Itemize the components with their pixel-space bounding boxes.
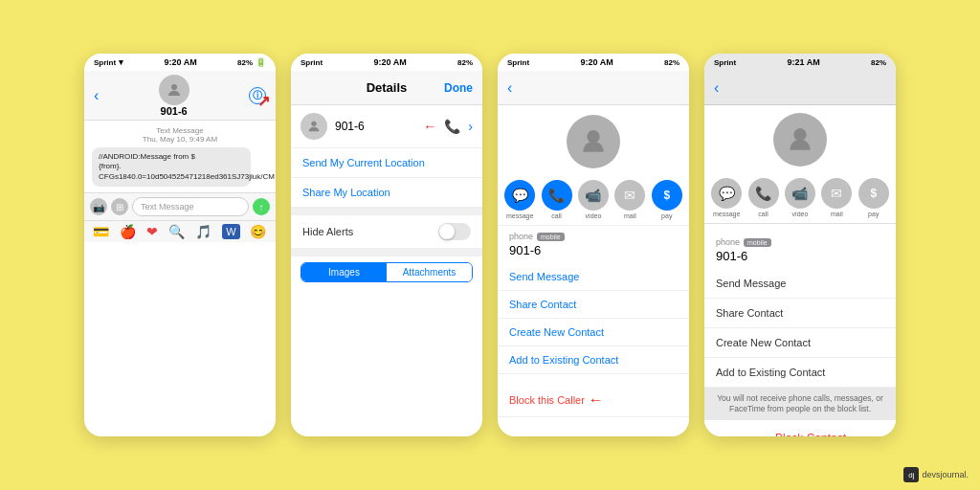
video-btn-4: 📹 [785,178,815,209]
msg-btn-4: 💬 [711,178,742,209]
phone-screen-3: Sprint 9:20 AM 82% ‹ 💬 message [498,54,689,436]
status-bar-4: Sprint 9:21 AM 82% [704,54,896,71]
hide-alerts-toggle[interactable] [438,223,471,240]
phone-screen-4: Sprint 9:21 AM 82% ‹ 💬 message [704,54,896,436]
call-icon-2[interactable]: 📞 [444,119,460,134]
send-button[interactable]: ↑ [253,198,270,215]
back-button-4[interactable]: ‹ [714,80,719,96]
apps-icon[interactable]: ⊞ [111,198,128,215]
block-caller-3[interactable]: Block this Caller ← [498,384,689,417]
brand-badge: dj devsjournal. [903,467,969,482]
status-bar-3: Sprint 9:20 AM 82% [498,54,689,71]
video-circle-btn[interactable]: 📹 [578,180,609,211]
battery-3: 82% [664,58,679,67]
time-2: 9:20 AM [373,57,406,67]
avatar-section-3 [498,105,689,174]
search-icon-app[interactable]: 🔍 [168,224,185,239]
call-circle-btn[interactable]: 📞 [542,180,572,211]
contact-avatar-2 [301,113,327,140]
contact-nav-3: ‹ [498,71,689,105]
phone-screen-2: Sprint 9:20 AM 82% Details Done 901-6 ← … [291,54,482,436]
battery-1: 82% [237,58,253,67]
menu-list-2: Send My Current Location Share My Locati… [291,148,482,256]
done-button[interactable]: Done [444,81,473,95]
message-timestamp: Text Message Thu, May 10, 9:49 AM [92,126,268,144]
battery-icon-1: 🔋 [256,57,266,67]
phone-number-4: 901-6 [704,247,896,269]
action-buttons-4: 💬 message 📞 call 📹 video ✉ mail $ pay [704,172,896,224]
camera-icon[interactable]: 📷 [90,198,107,215]
contact-nav-4: ‹ [704,71,896,105]
add-existing-3[interactable]: Add to Existing Contact [498,346,689,374]
message-input[interactable]: Text Message [132,197,249,216]
battery-2: 82% [457,58,473,67]
share-contact-4: Share Contact [704,299,896,328]
avatar-section-4 [704,105,896,172]
toggle-knob [439,224,455,239]
arrow-indicator-4: → [754,430,769,436]
time-3: 9:20 AM [580,57,612,67]
back-button-3[interactable]: ‹ [507,80,512,96]
nav-title-2: Details [329,80,444,95]
images-tab[interactable]: Images [301,263,387,281]
mail-btn-4: ✉ [821,178,852,209]
contact-name-1: 901-6 [161,105,188,117]
send-message-3[interactable]: Send Message [498,263,689,291]
block-warning-text: You will not receive phone calls, messag… [704,388,896,420]
call-btn-4: 📞 [748,178,779,209]
emoji-icon[interactable]: 😊 [250,224,266,239]
menu-divider-1 [291,208,482,215]
messages-area: Text Message Thu, May 10, 9:49 AM //ANDR… [84,121,276,192]
message-action: 💬 message [504,180,535,219]
arrow-indicator-2: ← [423,119,436,134]
heart-icon[interactable]: ❤ [146,224,158,239]
svg-point-0 [171,84,177,90]
pay-action: $ pay [652,180,682,219]
arrow-indicator-3: ← [589,391,604,409]
status-bar-2: Sprint 9:20 AM 82% [291,54,482,71]
time-4: 9:21 AM [787,57,819,67]
message-input-bar: 📷 ⊞ Text Message ↑ [84,192,276,220]
send-message-4: Send Message [704,269,896,299]
add-existing-4: Add to Existing Contact [704,358,896,388]
create-contact-3[interactable]: Create New Contact [498,319,689,346]
contact-avatar-4 [773,113,827,167]
input-placeholder: Text Message [141,202,194,212]
apple-logo-icon[interactable]: 🍎 [120,224,136,239]
message-circle-btn[interactable]: 💬 [504,180,535,211]
carrier-3: Sprint [507,58,529,67]
details-nav: Details Done [291,71,482,105]
svg-point-2 [587,130,599,143]
svg-point-3 [793,128,806,141]
app-bar: 💳 🍎 ❤ 🔍 🎵 W 😊 [84,220,276,242]
carrier-1: Sprint [94,58,116,67]
brand-name: devsjournal. [922,470,969,479]
svg-point-1 [311,122,316,126]
share-contact-3[interactable]: Share Contact [498,291,689,319]
share-location-item[interactable]: Share My Location [291,178,482,208]
phone-screen-1: Sprint ▾ 9:20 AM 82% 🔋 ‹ 901-6 ⓘ ↗ [84,54,276,436]
arrow-indicator-1: ↗ [257,92,270,110]
phone-info-4: phone mobile 901-6 Send Message Share Co… [704,232,896,388]
music-icon[interactable]: 🎵 [195,224,212,239]
hide-alerts-label: Hide Alerts [302,226,353,237]
apple-pay-icon[interactable]: 💳 [93,224,109,239]
send-location-item[interactable]: Send My Current Location [291,148,482,178]
contact-name-2: 901-6 [335,120,415,133]
create-contact-4: Create New Contact [704,328,896,358]
contact-avatar-3 [567,115,620,168]
block-contact-button[interactable]: → Block Contact [704,420,896,436]
word-icon[interactable]: W [222,224,239,239]
back-button-1[interactable]: ‹ [94,88,99,103]
carrier-2: Sprint [301,58,323,67]
messages-header: ‹ 901-6 ⓘ [84,71,276,121]
chevron-right-icon: › [468,119,473,134]
attachments-tab[interactable]: Attachments [387,263,472,281]
pay-circle-btn[interactable]: $ [652,180,682,211]
action-buttons-3: 💬 message 📞 call 📹 video ✉ mail $ pay [498,174,689,226]
mail-circle-btn[interactable]: ✉ [614,180,645,211]
brand-icon: dj [903,467,919,482]
battery-4: 82% [871,58,886,67]
video-action: 📹 video [578,180,609,219]
contact-avatar-1 [159,75,189,105]
